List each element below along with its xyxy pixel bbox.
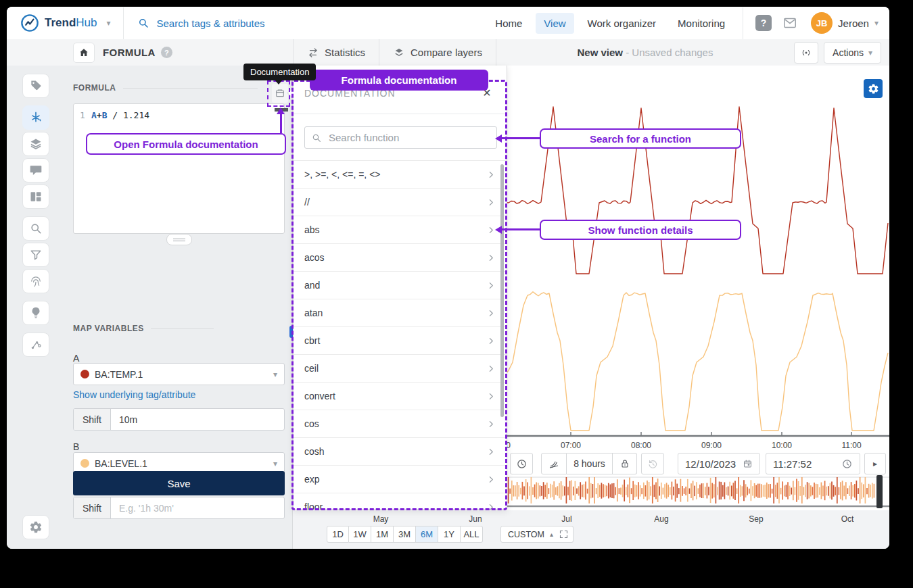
chevron-down-icon[interactable]: ▾ <box>874 18 879 28</box>
chevron-right-icon[interactable] <box>486 501 497 510</box>
function-name: abs <box>304 224 486 235</box>
mail-icon[interactable] <box>781 16 799 30</box>
compare-trends-button[interactable] <box>541 453 567 474</box>
chevron-right-icon[interactable] <box>486 474 497 485</box>
sidebar-item-graph[interactable] <box>22 333 49 357</box>
duration-button[interactable]: 8 hours <box>567 453 613 474</box>
clock-icon <box>516 458 528 470</box>
shift-b-input[interactable] <box>111 503 284 514</box>
editor-resize-handle[interactable] <box>166 234 192 245</box>
chevron-right-icon[interactable] <box>486 363 497 374</box>
range-3m[interactable]: 3M <box>394 526 416 543</box>
sidebar-item-settings[interactable] <box>22 515 49 539</box>
chevron-right-icon[interactable] <box>486 391 497 402</box>
tab-compare-layers[interactable]: Compare layers <box>379 39 496 66</box>
chevron-down-icon[interactable]: ▾ <box>106 18 110 28</box>
sidebar-item-formula[interactable] <box>22 105 49 130</box>
range-1m[interactable]: 1M <box>371 526 394 543</box>
shift-a-input[interactable] <box>111 414 284 425</box>
variable-a-select[interactable]: BA:TEMP.1 ▾ <box>73 363 285 385</box>
chevron-right-icon[interactable] <box>486 418 497 430</box>
x-tick-label: 11:00 <box>837 441 866 450</box>
live-clock-button[interactable] <box>510 453 533 474</box>
nav-work-organizer[interactable]: Work organizer <box>580 13 664 34</box>
sidebar-item-dashboard[interactable] <box>22 185 49 209</box>
sidebar-item-layers[interactable] <box>22 132 49 156</box>
function-row[interactable]: acos <box>294 244 507 272</box>
section-label: FORMULA <box>73 83 116 93</box>
range-6m[interactable]: 6M <box>416 526 438 543</box>
chevron-right-icon[interactable] <box>486 335 497 347</box>
sidebar-item-lightbulb[interactable] <box>22 301 49 325</box>
range-1w[interactable]: 1W <box>349 526 371 543</box>
chevron-right-icon[interactable] <box>486 280 497 291</box>
brand-name: Trend <box>45 16 76 30</box>
broadcast-icon <box>800 47 812 59</box>
sidebar-item-search[interactable] <box>22 216 49 241</box>
documentation-tooltip: Documentation <box>243 64 316 80</box>
global-search-input[interactable] <box>156 17 307 30</box>
expand-icon <box>559 529 569 539</box>
function-row[interactable]: >, >=, <, <=, =, <> <box>294 161 507 189</box>
nav-monitoring[interactable]: Monitoring <box>670 13 733 34</box>
app-window: TrendHub ▾ Home View Work organizer Moni… <box>7 7 889 549</box>
nav-view[interactable]: View <box>536 13 573 34</box>
range-all[interactable]: ALL <box>461 526 483 543</box>
function-row[interactable]: cos <box>294 410 507 438</box>
overview-handle[interactable] <box>876 475 883 508</box>
function-row[interactable]: and <box>294 272 507 299</box>
month-label: Aug <box>647 514 676 524</box>
home-button[interactable] <box>73 43 95 63</box>
scrollbar[interactable] <box>500 164 504 417</box>
global-search[interactable] <box>137 17 307 30</box>
function-row[interactable]: cbrt <box>294 327 507 355</box>
function-row[interactable]: exp <box>294 466 507 493</box>
trend-lines-icon <box>548 458 560 470</box>
annotation-show-details: Show function details <box>540 220 741 240</box>
formula-editor[interactable]: 1 A+B / 1.214 <box>73 103 285 234</box>
month-label: Oct <box>833 514 862 524</box>
date-field[interactable]: 12/10/2023 <box>678 453 760 474</box>
function-row[interactable]: convert <box>294 383 507 410</box>
actions-button[interactable]: Actions ▾ <box>824 42 881 64</box>
sidebar-item-comment[interactable] <box>22 158 49 182</box>
sidebar-item-fingerprint[interactable] <box>22 269 49 293</box>
chevron-right-icon[interactable] <box>486 446 497 458</box>
range-1y[interactable]: 1Y <box>438 526 461 543</box>
sidebar-item-filter[interactable] <box>22 243 49 267</box>
time-field[interactable]: 11:27:52 <box>766 453 860 474</box>
chevron-right-icon[interactable] <box>486 252 497 264</box>
save-button[interactable]: Save <box>73 471 285 495</box>
chevron-down-icon: ▾ <box>273 459 277 468</box>
step-forward-button[interactable]: ▸ <box>864 453 886 474</box>
avatar[interactable]: JB <box>811 12 833 34</box>
show-underlying-link[interactable]: Show underlying tag/attribute <box>73 389 195 400</box>
range-1d[interactable]: 1D <box>327 526 349 543</box>
divider <box>123 7 124 39</box>
chart-settings-button[interactable] <box>864 79 883 98</box>
function-row[interactable]: floor <box>294 493 507 510</box>
help-icon[interactable]: ? <box>755 15 772 31</box>
function-row[interactable]: abs <box>294 216 507 244</box>
function-row[interactable]: ceil <box>294 355 507 383</box>
function-search-input[interactable] <box>327 131 490 144</box>
live-mode-button[interactable] <box>794 42 818 64</box>
sidebar-item-tag[interactable] <box>22 74 49 98</box>
tab-label: Statistics <box>325 47 365 58</box>
chevron-right-icon[interactable] <box>486 308 497 319</box>
nav-home[interactable]: Home <box>487 13 530 34</box>
function-row[interactable]: cosh <box>294 438 507 466</box>
lock-duration-button[interactable] <box>613 453 637 474</box>
chevron-right-icon[interactable] <box>486 197 497 208</box>
function-row[interactable]: // <box>294 189 507 216</box>
function-search[interactable] <box>304 126 497 149</box>
trendhub-logo-icon <box>20 14 39 32</box>
history-button[interactable] <box>641 453 664 474</box>
search-icon <box>137 17 149 29</box>
chevron-right-icon[interactable] <box>486 169 497 180</box>
tab-statistics[interactable]: Statistics <box>294 39 379 66</box>
function-row[interactable]: atan <box>294 299 507 327</box>
custom-range-button[interactable]: CUSTOM ▴ <box>500 526 561 543</box>
help-icon[interactable]: ? <box>161 47 172 58</box>
fit-range-button[interactable] <box>555 526 573 543</box>
